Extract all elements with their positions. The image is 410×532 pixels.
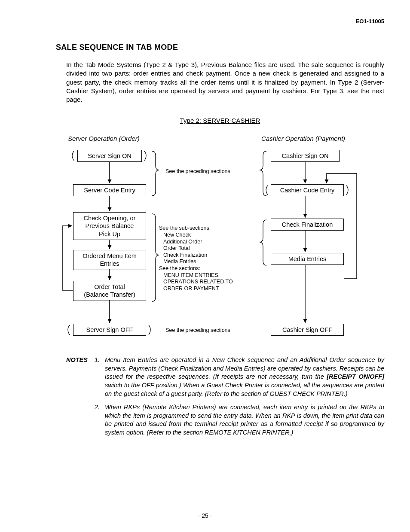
box-ordered-menu: Ordered Menu Item Entries (73, 250, 146, 270)
page-heading: SALE SEQUENCE IN TAB MODE (56, 43, 384, 52)
box-server-code-entry: Server Code Entry (73, 184, 146, 196)
flow-diagram: Server Operation (Order) Cashier Operati… (56, 135, 384, 341)
note-2-body: When RKPs (Remote Kitchen Printers) are … (105, 403, 384, 437)
box-server-sign-on: Server Sign ON (77, 150, 142, 162)
note-2-num: 2. (95, 403, 105, 437)
box-media-entries: Media Entries (271, 253, 344, 265)
page-content: SALE SEQUENCE IN TAB MODE In the Tab Mod… (0, 0, 410, 437)
mid-note-bottom: See the preceding sections. (165, 327, 232, 334)
box-server-sign-off: Server Sign OFF (73, 324, 146, 336)
mid-note-subheader: See the sub-sections: (159, 225, 211, 231)
mid-note-subheader2: See the sections: (159, 265, 200, 271)
mid-note-subitems: New Check Additional Order Order Total C… (159, 232, 249, 265)
note-1-bold: [RECEIPT ON/OFF] (327, 373, 384, 380)
note-1-body: Menu Item Entries are operated in a New … (105, 356, 384, 398)
box-cashier-sign-on: Cashier Sign ON (271, 150, 340, 162)
mid-note-subitems2: MENU ITEM ENTRIES, OPERATIONS RELATED TO… (159, 272, 249, 292)
note-2: 2. When RKPs (Remote Kitchen Printers) a… (66, 403, 384, 437)
box-check-finalization: Check Finalization (271, 219, 344, 231)
note-1: NOTES 1. Menu Item Entries are operated … (66, 356, 384, 398)
box-cashier-sign-off: Cashier Sign OFF (271, 324, 344, 336)
left-col-header: Server Operation (Order) (68, 135, 140, 142)
mid-note-center: See the sub-sections: New Check Addition… (159, 225, 249, 292)
page-number: - 25 - (0, 512, 410, 519)
note-1-text-b: switch to the OFF position.) When a Gues… (105, 382, 384, 397)
note-1-num: 1. (95, 356, 105, 398)
notes-section: NOTES 1. Menu Item Entries are operated … (66, 356, 384, 437)
box-cashier-code-entry: Cashier Code Entry (271, 184, 344, 196)
box-check-opening: Check Opening, or Previous Balance Pick … (73, 212, 146, 240)
right-col-header: Cashier Operation (Payment) (261, 135, 345, 142)
notes-label: NOTES (66, 356, 95, 398)
type-label: Type 2: SERVER-CASHIER (56, 117, 384, 124)
intro-paragraph: In the Tab Mode Systems (Type 2 & Type 3… (66, 61, 384, 104)
document-id: EO1-11005 (356, 18, 385, 24)
mid-note-top: See the preceding sections. (165, 168, 232, 175)
box-order-total: Order Total (Balance Transfer) (73, 281, 146, 301)
